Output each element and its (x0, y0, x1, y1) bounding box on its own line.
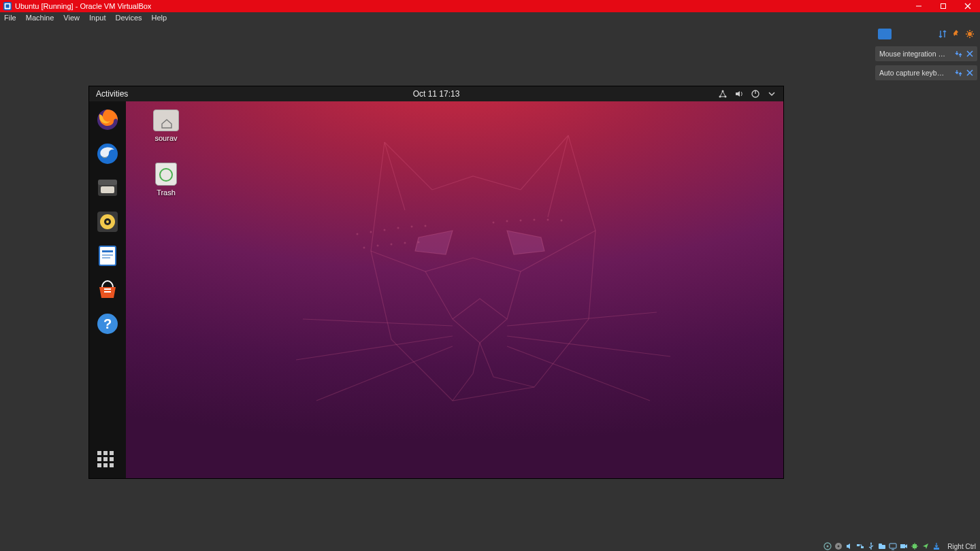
svg-marker-31 (415, 231, 453, 254)
svg-point-45 (493, 222, 495, 224)
svg-line-37 (507, 336, 670, 356)
svg-rect-2 (5, 4, 9, 7)
notification-item[interactable]: Mouse integration … (875, 46, 977, 61)
dock-firefox[interactable] (93, 105, 122, 134)
svg-point-53 (391, 244, 393, 246)
svg-line-35 (316, 346, 453, 401)
svg-point-56 (968, 32, 972, 36)
virtualbox-icon (3, 1, 12, 11)
svg-rect-23 (102, 250, 113, 252)
menu-help[interactable]: Help (152, 14, 167, 22)
menu-machine[interactable]: Machine (26, 14, 54, 22)
status-audio-icon[interactable] (845, 542, 853, 550)
svg-point-46 (506, 220, 508, 222)
svg-rect-25 (102, 257, 110, 258)
notification-text: Auto capture keyboard … (879, 69, 946, 77)
status-display-icon[interactable] (889, 542, 897, 550)
svg-rect-4 (941, 4, 946, 9)
svg-text:?: ? (103, 316, 112, 331)
svg-point-64 (838, 546, 840, 548)
status-cpu-icon[interactable] (911, 542, 919, 550)
svg-point-43 (411, 226, 413, 228)
svg-line-36 (507, 312, 657, 326)
power-icon[interactable] (751, 89, 760, 99)
svg-point-62 (827, 546, 829, 548)
notification-toggle-icon[interactable] (955, 69, 962, 77)
panel-toolbar (875, 26, 977, 42)
notification-close-icon[interactable] (966, 69, 973, 77)
svg-line-34 (296, 336, 453, 360)
network-icon[interactable] (718, 89, 728, 99)
svg-rect-72 (900, 544, 905, 548)
chevron-down-icon[interactable] (767, 89, 777, 99)
status-recording-icon[interactable] (900, 542, 908, 550)
panel-settings-icon[interactable] (965, 29, 975, 39)
status-hdd-icon[interactable] (823, 542, 832, 550)
menu-devices[interactable]: Devices (115, 14, 142, 22)
svg-point-41 (384, 229, 386, 231)
svg-point-20 (106, 220, 109, 223)
status-optical-icon[interactable] (834, 542, 843, 550)
svg-point-40 (370, 231, 372, 233)
svg-rect-26 (104, 291, 111, 293)
status-mouse-icon[interactable] (921, 542, 930, 550)
show-applications-button[interactable] (97, 451, 118, 471)
dock-software[interactable] (93, 276, 122, 304)
svg-point-48 (534, 219, 536, 221)
panel-sort-icon[interactable] (938, 29, 947, 39)
vbox-notification-panel: Mouse integration … Auto capture keyboar… (872, 23, 980, 541)
menu-view[interactable]: View (63, 14, 80, 22)
status-network-icon[interactable] (856, 542, 864, 550)
volume-icon[interactable] (734, 89, 744, 99)
status-shared-folders-icon[interactable] (878, 542, 886, 550)
svg-rect-15 (98, 180, 117, 185)
guest-screen[interactable]: Activities Oct 11 17:13 (89, 86, 783, 478)
menu-input[interactable]: Input (89, 14, 105, 22)
dock-files[interactable] (93, 173, 122, 202)
status-usb-icon[interactable] (867, 542, 875, 550)
notification-item[interactable]: Auto capture keyboard … (875, 65, 977, 80)
svg-point-39 (357, 233, 359, 235)
svg-point-47 (520, 220, 522, 222)
svg-point-44 (425, 225, 427, 227)
svg-rect-16 (101, 186, 114, 193)
dock-thunderbird[interactable] (93, 139, 122, 168)
dock-writer[interactable] (93, 241, 122, 270)
svg-rect-74 (934, 548, 939, 550)
svg-point-52 (377, 245, 379, 247)
window-titlebar: Ubuntu [Running] - Oracle VM VirtualBox (0, 0, 980, 12)
dock-rhythmbox[interactable] (93, 207, 122, 236)
host-status-bar: Right Ctrl (0, 541, 980, 551)
notification-close-icon[interactable] (966, 50, 973, 58)
svg-point-49 (547, 219, 549, 221)
status-keyboard-icon[interactable] (932, 542, 941, 550)
svg-point-42 (397, 227, 399, 229)
svg-rect-27 (104, 288, 111, 290)
ubuntu-dock: ? (89, 101, 126, 478)
svg-rect-73 (913, 544, 917, 548)
menu-file[interactable]: File (4, 14, 16, 22)
desktop-icon-label: Trash (142, 188, 190, 197)
clock-button[interactable]: Oct 11 17:13 (413, 89, 460, 99)
window-maximize-button[interactable] (931, 0, 956, 12)
notification-toggle-icon[interactable] (955, 50, 962, 58)
vm-display-area: Activities Oct 11 17:13 (0, 23, 872, 541)
trash-icon (155, 163, 177, 186)
svg-rect-24 (102, 254, 113, 256)
window-close-button[interactable] (956, 0, 980, 12)
window-minimize-button[interactable] (906, 0, 931, 12)
messages-icon[interactable] (878, 29, 892, 39)
dock-help[interactable]: ? (93, 310, 122, 338)
panel-pin-icon[interactable] (951, 29, 961, 39)
window-title: Ubuntu [Running] - Oracle VM VirtualBox (15, 2, 151, 10)
desktop-icon-home[interactable]: sourav (142, 110, 190, 142)
wallpaper-fossa (248, 115, 711, 469)
svg-line-38 (507, 346, 650, 401)
svg-point-54 (404, 242, 406, 244)
svg-rect-70 (889, 544, 896, 548)
desktop-area[interactable]: sourav Trash (126, 101, 783, 478)
folder-icon (153, 110, 179, 131)
desktop-icon-trash[interactable]: Trash (142, 163, 190, 197)
activities-button[interactable]: Activities (96, 89, 128, 99)
svg-point-55 (418, 241, 420, 244)
